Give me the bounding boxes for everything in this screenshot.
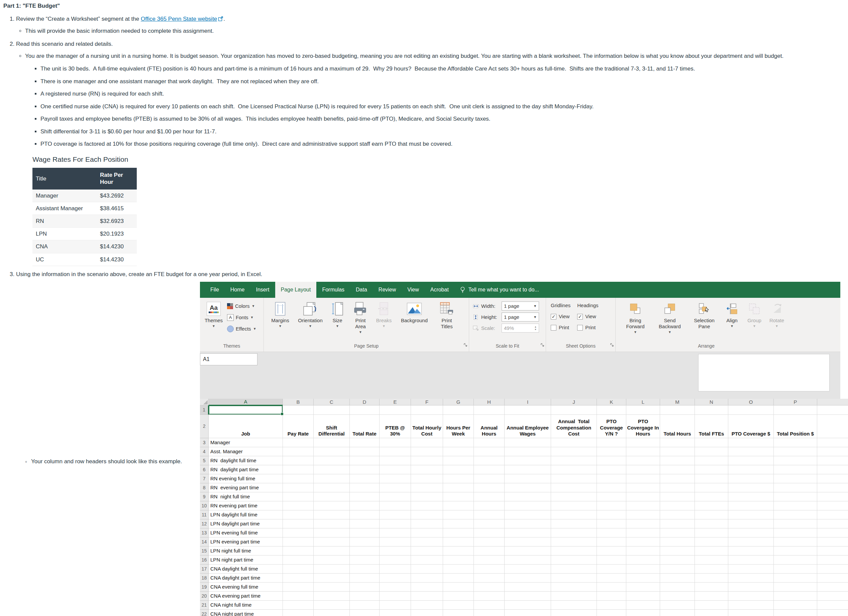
cell-partial-1[interactable] xyxy=(817,406,848,415)
cell-A5[interactable]: RN daylight full time xyxy=(209,456,283,465)
cell-J4[interactable] xyxy=(551,447,597,456)
cell-E22[interactable] xyxy=(380,610,411,616)
cell-E13[interactable] xyxy=(380,529,411,538)
column-header-L[interactable]: L xyxy=(626,399,660,406)
cell-partial-15[interactable] xyxy=(817,546,848,555)
cell-A8[interactable]: RN evening part time xyxy=(209,483,283,492)
row-header-11[interactable]: 11 xyxy=(200,510,209,520)
width-select[interactable]: 1 page▼ xyxy=(501,302,539,311)
cell-P21[interactable] xyxy=(774,601,817,610)
cell-G10[interactable] xyxy=(443,501,474,510)
cell-L14[interactable] xyxy=(626,538,660,546)
cell-N16[interactable] xyxy=(695,555,728,564)
size-button[interactable]: Size ▼ xyxy=(328,301,347,342)
cell-J12[interactable] xyxy=(551,520,597,529)
print-area-button[interactable]: Print Area ▼ xyxy=(350,301,372,342)
cell-B19[interactable] xyxy=(283,583,314,592)
send-backward-button[interactable]: Send Backward ▼ xyxy=(654,301,686,342)
cell-I2[interactable]: Annual Employee Wages xyxy=(505,415,551,438)
cell-C8[interactable] xyxy=(314,483,350,492)
cell-H3[interactable] xyxy=(474,438,505,447)
cell-P2[interactable]: Total Position $ xyxy=(774,415,817,438)
cell-O22[interactable] xyxy=(728,610,774,616)
tab-insert[interactable]: Insert xyxy=(251,282,275,298)
cell-A18[interactable]: CNA daylight part time xyxy=(209,573,283,583)
cell-P16[interactable] xyxy=(774,555,817,564)
cell-O2[interactable]: PTO Coverage $ xyxy=(728,415,774,438)
cell-K18[interactable] xyxy=(597,573,626,583)
cell-L19[interactable] xyxy=(626,583,660,592)
cell-A6[interactable]: RN daylight part time xyxy=(209,465,283,474)
cell-C17[interactable] xyxy=(314,564,350,573)
cell-D13[interactable] xyxy=(350,529,380,538)
cell-L13[interactable] xyxy=(626,529,660,538)
cell-B7[interactable] xyxy=(283,474,314,483)
cell-C13[interactable] xyxy=(314,529,350,538)
cell-E1[interactable] xyxy=(380,406,411,415)
cell-O15[interactable] xyxy=(728,546,774,555)
gridlines-view-checkbox[interactable]: ✓View xyxy=(551,312,571,321)
group-button[interactable]: Group ▼ xyxy=(745,301,764,342)
cell-O18[interactable] xyxy=(728,573,774,583)
cell-partial-18[interactable] xyxy=(817,573,848,583)
cell-F8[interactable] xyxy=(411,483,443,492)
cell-O4[interactable] xyxy=(728,447,774,456)
cell-C21[interactable] xyxy=(314,601,350,610)
cell-G14[interactable] xyxy=(443,538,474,546)
cell-L11[interactable] xyxy=(626,510,660,520)
cell-H7[interactable] xyxy=(474,474,505,483)
column-header-K[interactable]: K xyxy=(597,399,626,406)
cell-A16[interactable]: LPN night part time xyxy=(209,555,283,564)
select-all-corner[interactable] xyxy=(200,399,209,406)
cell-A9[interactable]: RN night full time xyxy=(209,492,283,501)
cell-N11[interactable] xyxy=(695,510,728,520)
cell-H22[interactable] xyxy=(474,610,505,616)
cell-N15[interactable] xyxy=(695,546,728,555)
cell-H13[interactable] xyxy=(474,529,505,538)
cell-A19[interactable]: CNA evening full time xyxy=(209,583,283,592)
cell-F16[interactable] xyxy=(411,555,443,564)
cell-M2[interactable]: Total Hours xyxy=(660,415,695,438)
cell-L22[interactable] xyxy=(626,610,660,616)
cell-K5[interactable] xyxy=(597,456,626,465)
cell-D2[interactable]: Total Rate xyxy=(350,415,380,438)
cell-partial-6[interactable] xyxy=(817,465,848,474)
cell-L1[interactable] xyxy=(626,406,660,415)
cell-E11[interactable] xyxy=(380,510,411,520)
cell-B22[interactable] xyxy=(283,610,314,616)
cell-I4[interactable] xyxy=(505,447,551,456)
cell-K12[interactable] xyxy=(597,520,626,529)
cell-N19[interactable] xyxy=(695,583,728,592)
row-header-19[interactable]: 19 xyxy=(200,583,209,592)
cell-F11[interactable] xyxy=(411,510,443,520)
cell-L21[interactable] xyxy=(626,601,660,610)
column-header-G[interactable]: G xyxy=(443,399,474,406)
row-header-14[interactable]: 14 xyxy=(200,538,209,546)
cell-L8[interactable] xyxy=(626,483,660,492)
headings-print-checkbox[interactable]: Print xyxy=(577,324,598,332)
cell-C19[interactable] xyxy=(314,583,350,592)
cell-L15[interactable] xyxy=(626,546,660,555)
cell-E16[interactable] xyxy=(380,555,411,564)
tab-review[interactable]: Review xyxy=(373,282,402,298)
row-header-21[interactable]: 21 xyxy=(200,601,209,610)
cell-N2[interactable]: Total FTEs xyxy=(695,415,728,438)
cell-P5[interactable] xyxy=(774,456,817,465)
cell-M10[interactable] xyxy=(660,501,695,510)
cell-A17[interactable]: CNA daylight full time xyxy=(209,564,283,573)
cell-L9[interactable] xyxy=(626,492,660,501)
cell-D17[interactable] xyxy=(350,564,380,573)
cell-D21[interactable] xyxy=(350,601,380,610)
cell-C6[interactable] xyxy=(314,465,350,474)
cell-K2[interactable]: PTO Coverage Y/N ? xyxy=(597,415,626,438)
cell-H4[interactable] xyxy=(474,447,505,456)
cell-H8[interactable] xyxy=(474,483,505,492)
cell-O20[interactable] xyxy=(728,592,774,601)
cell-I8[interactable] xyxy=(505,483,551,492)
cell-J1[interactable] xyxy=(551,406,597,415)
cell-partial-19[interactable] xyxy=(817,583,848,592)
cell-H2[interactable]: Annual Hours xyxy=(474,415,505,438)
cell-O12[interactable] xyxy=(728,520,774,529)
cell-partial-13[interactable] xyxy=(817,529,848,538)
cell-A1[interactable] xyxy=(209,406,283,415)
